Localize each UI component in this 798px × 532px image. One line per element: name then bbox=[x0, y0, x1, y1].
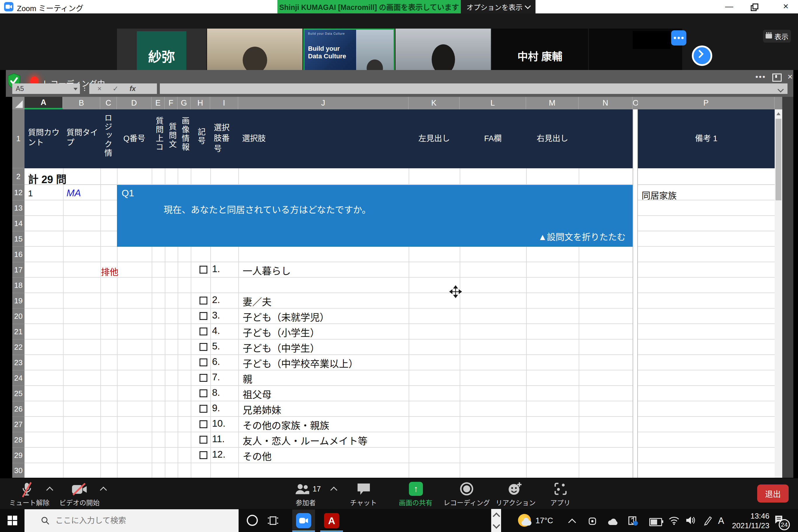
option-label: 子ども（中学校卒業以上） bbox=[243, 356, 358, 370]
option-checkbox-3[interactable] bbox=[200, 312, 207, 320]
taskbar-search[interactable] bbox=[24, 509, 239, 532]
notification-center[interactable]: 24 bbox=[774, 514, 784, 526]
row-header-19[interactable]: 19 bbox=[12, 293, 24, 309]
row-header-29[interactable]: 29 bbox=[12, 448, 24, 463]
option-checkbox-6[interactable] bbox=[200, 359, 207, 366]
reactions-button[interactable] bbox=[508, 482, 522, 497]
weather-temperature[interactable]: 17°C bbox=[535, 516, 553, 525]
wifi-icon[interactable] bbox=[668, 516, 680, 526]
row-header-14[interactable]: 14 bbox=[12, 216, 24, 231]
cortana-icon[interactable] bbox=[247, 515, 258, 526]
confirm-entry-icon[interactable]: ✓ bbox=[113, 84, 118, 93]
name-box-dropdown-icon[interactable] bbox=[74, 88, 78, 90]
column-header-L[interactable]: L bbox=[460, 97, 526, 109]
column-header-A[interactable]: A bbox=[24, 97, 63, 109]
row-header-24[interactable]: 24 bbox=[12, 370, 24, 386]
participants-button[interactable] bbox=[294, 483, 310, 497]
row-header-22[interactable]: 22 bbox=[12, 340, 24, 355]
option-checkbox-5[interactable] bbox=[200, 343, 207, 351]
search-input[interactable] bbox=[55, 516, 219, 526]
sheet-vertical-scrollbar[interactable] bbox=[775, 109, 782, 478]
row-header-20[interactable]: 20 bbox=[12, 309, 24, 324]
column-header-O[interactable]: O bbox=[633, 97, 638, 109]
row-header-25[interactable]: 25 bbox=[12, 386, 24, 401]
clock-date: 2021/11/23 bbox=[719, 521, 770, 531]
tray-camera-icon[interactable] bbox=[587, 516, 597, 527]
row-header-30[interactable]: 30 bbox=[12, 463, 24, 478]
column-header-C[interactable]: C bbox=[100, 97, 117, 109]
row-header-21[interactable]: 21 bbox=[12, 324, 24, 340]
row-header-16[interactable]: 16 bbox=[12, 247, 24, 262]
formula-bar-input[interactable] bbox=[160, 83, 787, 94]
tile-more-options-button[interactable] bbox=[671, 30, 686, 45]
collapse-question-toggle[interactable]: ▲設問文を折りたたむ bbox=[538, 230, 626, 243]
taskbar-zoom-app[interactable] bbox=[292, 510, 315, 532]
cell-name-box[interactable]: A5 bbox=[12, 83, 80, 94]
column-header-N[interactable]: N bbox=[579, 97, 633, 109]
option-checkbox-12[interactable] bbox=[200, 451, 207, 459]
outlook-sync-icon[interactable] bbox=[628, 516, 638, 527]
row-header-26[interactable]: 26 bbox=[12, 401, 24, 417]
view-layout-button[interactable]: 表示 bbox=[763, 30, 791, 43]
taskbar-overflow-scroll[interactable] bbox=[491, 509, 501, 532]
column-header-M[interactable]: M bbox=[526, 97, 579, 109]
pen-icon[interactable] bbox=[703, 515, 714, 527]
excel-restore-icon[interactable] bbox=[772, 74, 782, 82]
start-video-button[interactable] bbox=[72, 483, 88, 497]
option-checkbox-1[interactable] bbox=[200, 266, 207, 273]
insert-function-icon[interactable]: fx bbox=[130, 84, 136, 93]
excel-close-icon[interactable]: × bbox=[787, 72, 793, 82]
option-label: 子ども（未就学児） bbox=[243, 310, 329, 324]
column-header-E[interactable]: E bbox=[152, 97, 165, 109]
option-checkbox-2[interactable] bbox=[200, 297, 207, 304]
select-all-corner[interactable] bbox=[12, 97, 25, 109]
speaker-icon[interactable] bbox=[685, 516, 697, 526]
unmute-button[interactable] bbox=[20, 482, 33, 499]
battery-icon[interactable] bbox=[649, 518, 662, 526]
column-header-B[interactable]: B bbox=[63, 97, 100, 109]
taskbar-acrobat-app[interactable]: A bbox=[320, 510, 343, 532]
option-checkbox-7[interactable] bbox=[200, 374, 207, 382]
column-header-J[interactable]: J bbox=[238, 97, 408, 109]
row-header-15[interactable]: 15 bbox=[12, 231, 24, 247]
option-checkbox-4[interactable] bbox=[200, 327, 207, 336]
taskbar-clock[interactable]: 13:46 2021/11/23 bbox=[719, 511, 770, 531]
share-screen-button[interactable]: ↑ bbox=[409, 482, 423, 496]
leave-meeting-button[interactable]: 退出 bbox=[757, 484, 788, 502]
next-participants-button[interactable] bbox=[692, 45, 712, 66]
apps-button[interactable] bbox=[554, 482, 568, 497]
row-header-27[interactable]: 27 bbox=[12, 417, 24, 432]
record-button[interactable] bbox=[460, 482, 474, 497]
show-options-button[interactable]: オプションを表示 bbox=[461, 0, 535, 14]
row-header-2[interactable]: 2 bbox=[12, 168, 24, 185]
column-header-P[interactable]: P bbox=[638, 97, 775, 109]
formula-bar-expand-icon[interactable] bbox=[778, 86, 784, 93]
row-header-23[interactable]: 23 bbox=[12, 355, 24, 370]
column-header-K[interactable]: K bbox=[408, 97, 460, 109]
task-view-icon[interactable] bbox=[268, 516, 278, 526]
row-header-1[interactable]: 1 bbox=[12, 109, 24, 168]
row-header-12[interactable]: 12 bbox=[12, 185, 24, 201]
start-button[interactable] bbox=[7, 516, 18, 526]
option-checkbox-9[interactable] bbox=[200, 405, 207, 413]
row-header-17[interactable]: 17 bbox=[12, 262, 24, 278]
option-checkbox-10[interactable] bbox=[200, 420, 207, 428]
option-checkbox-11[interactable] bbox=[200, 436, 207, 444]
restore-button[interactable] bbox=[751, 3, 757, 10]
option-number: 6. bbox=[212, 356, 220, 367]
row-header-18[interactable]: 18 bbox=[12, 278, 24, 293]
row-header-13[interactable]: 13 bbox=[12, 201, 24, 216]
column-header-D[interactable]: D bbox=[117, 97, 152, 109]
column-header-I[interactable]: I bbox=[210, 97, 238, 109]
column-header-F[interactable]: F bbox=[165, 97, 178, 109]
close-button[interactable]: × bbox=[777, 1, 795, 12]
column-header-H[interactable]: H bbox=[191, 97, 210, 109]
column-header-G[interactable]: G bbox=[178, 97, 191, 109]
chat-button[interactable] bbox=[356, 482, 371, 497]
minimize-button[interactable]: — bbox=[720, 2, 738, 11]
onedrive-cloud-icon[interactable] bbox=[607, 518, 619, 527]
excel-more-icon[interactable]: ••• bbox=[755, 72, 766, 81]
cancel-entry-icon[interactable]: × bbox=[97, 84, 101, 93]
option-checkbox-8[interactable] bbox=[200, 390, 207, 397]
row-header-28[interactable]: 28 bbox=[12, 432, 24, 448]
